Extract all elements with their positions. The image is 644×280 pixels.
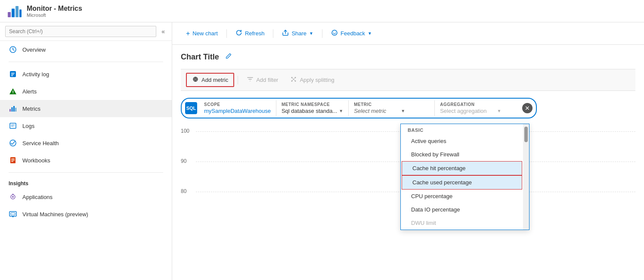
share-chevron-icon: ▼ bbox=[309, 31, 313, 36]
share-button[interactable]: Share ▼ bbox=[277, 27, 319, 40]
dropdown-item-dwu-limit[interactable]: DWU limit bbox=[401, 216, 523, 230]
applications-icon bbox=[9, 193, 17, 201]
feedback-icon bbox=[331, 29, 338, 37]
virtual-machines-icon bbox=[9, 210, 17, 218]
svg-point-11 bbox=[13, 93, 14, 94]
y-axis-100: 100 bbox=[181, 128, 189, 134]
dropdown-section-basic: BASIC bbox=[401, 124, 523, 134]
sidebar-item-label-activity-log: Activity log bbox=[22, 71, 49, 78]
metric-toolbar: Add metric Add filter Apply splitting bbox=[181, 69, 635, 91]
content-toolbar: + New chart Refresh Share ▼ bbox=[172, 22, 644, 45]
toolbar-sep-3 bbox=[322, 29, 322, 38]
sidebar-item-service-health[interactable]: Service Health bbox=[0, 134, 172, 152]
alerts-icon bbox=[9, 87, 17, 96]
share-icon bbox=[282, 29, 289, 37]
svg-rect-24 bbox=[9, 212, 16, 216]
app-header: Monitor - Metrics Microsoft bbox=[0, 0, 644, 22]
service-health-icon bbox=[9, 139, 17, 147]
metric-chevron: ▼ bbox=[401, 109, 405, 113]
svg-rect-8 bbox=[11, 75, 13, 76]
aggregation-section: AGGREGATION Select aggregation ▼ bbox=[434, 100, 520, 116]
svg-rect-12 bbox=[9, 109, 11, 112]
metric-select[interactable]: Select metric ▼ bbox=[354, 108, 429, 114]
dropdown-scrollbar[interactable] bbox=[523, 124, 529, 230]
metric-section: METRIC Select metric ▼ bbox=[348, 100, 434, 116]
sidebar-item-logs[interactable]: Logs bbox=[0, 117, 172, 134]
metrics-icon bbox=[9, 104, 17, 113]
dropdown-item-cache-used-percentage[interactable]: Cache used percentage bbox=[402, 175, 522, 190]
dropdown-item-cpu-percentage[interactable]: CPU percentage bbox=[401, 190, 523, 203]
new-chart-button[interactable]: + New chart bbox=[181, 27, 223, 40]
svg-point-28 bbox=[332, 30, 337, 35]
chart-title: Chart Title bbox=[181, 53, 219, 62]
svg-point-30 bbox=[335, 32, 336, 33]
svg-rect-16 bbox=[10, 123, 16, 128]
sidebar-item-alerts[interactable]: Alerts bbox=[0, 83, 172, 100]
activity-log-icon bbox=[9, 70, 17, 78]
logs-icon bbox=[9, 121, 17, 130]
sidebar-item-label-service-health: Service Health bbox=[22, 140, 59, 146]
dropdown-item-cache-hit-percentage[interactable]: Cache hit percentage bbox=[402, 161, 522, 175]
metric-toolbar-sep bbox=[238, 76, 238, 84]
chart-title-row: Chart Title bbox=[181, 52, 635, 62]
sidebar-item-label-virtual-machines: Virtual Machines (preview) bbox=[22, 211, 88, 218]
sidebar-item-label-alerts: Alerts bbox=[22, 88, 37, 95]
metric-dropdown: BASIC Active queries Blocked by Firewall… bbox=[400, 124, 529, 230]
scope-close-button[interactable]: ✕ bbox=[522, 103, 533, 113]
svg-point-29 bbox=[333, 32, 334, 33]
sidebar-item-label-metrics: Metrics bbox=[22, 106, 40, 112]
app-title: Monitor - Metrics bbox=[27, 5, 82, 12]
sidebar-item-virtual-machines[interactable]: Virtual Machines (preview) bbox=[0, 205, 172, 223]
apply-splitting-button[interactable]: Apply splitting bbox=[285, 74, 339, 86]
svg-rect-26 bbox=[12, 216, 14, 217]
svg-rect-19 bbox=[11, 160, 15, 161]
dropdown-scroll-thumb[interactable] bbox=[524, 127, 528, 142]
svg-rect-25 bbox=[11, 213, 15, 215]
chart-area: Chart Title Add metric bbox=[172, 45, 644, 280]
sidebar-item-applications[interactable]: Applications bbox=[0, 188, 172, 205]
metric-namespace-select[interactable]: Sql database standa... ▼ bbox=[282, 108, 343, 114]
workbooks-icon bbox=[9, 156, 17, 165]
refresh-button[interactable]: Refresh bbox=[230, 27, 270, 40]
nav-divider-2 bbox=[9, 172, 163, 173]
feedback-button[interactable]: Feedback ▼ bbox=[326, 27, 377, 40]
svg-rect-10 bbox=[13, 90, 14, 93]
sidebar-item-metrics[interactable]: Metrics bbox=[0, 100, 172, 117]
sidebar-item-overview[interactable]: Overview bbox=[0, 41, 172, 58]
add-metric-button[interactable]: Add metric bbox=[186, 73, 234, 87]
svg-rect-13 bbox=[12, 107, 13, 112]
search-input[interactable] bbox=[5, 26, 156, 37]
content-area: + New chart Refresh Share ▼ bbox=[172, 22, 644, 280]
svg-rect-2 bbox=[15, 6, 19, 17]
app-subtitle: Microsoft bbox=[27, 12, 82, 18]
nav-divider-1 bbox=[9, 62, 163, 62]
svg-rect-3 bbox=[19, 9, 22, 17]
svg-rect-0 bbox=[8, 12, 11, 17]
sidebar-item-activity-log[interactable]: Activity log bbox=[0, 65, 172, 83]
sidebar-search-container: « bbox=[0, 22, 172, 41]
dropdown-item-active-queries[interactable]: Active queries bbox=[401, 134, 523, 148]
dropdown-item-blocked-by-firewall[interactable]: Blocked by Firewall bbox=[401, 148, 523, 161]
sidebar-item-label-logs: Logs bbox=[22, 123, 34, 129]
svg-rect-15 bbox=[15, 108, 17, 112]
sidebar-item-workbooks[interactable]: Workbooks bbox=[0, 152, 172, 169]
main-layout: « Overview Activity log bbox=[0, 22, 644, 280]
refresh-icon bbox=[235, 29, 242, 37]
apply-splitting-icon bbox=[290, 76, 297, 84]
svg-rect-18 bbox=[11, 159, 15, 159]
feedback-chevron-icon: ▼ bbox=[368, 31, 372, 36]
edit-title-button[interactable] bbox=[223, 52, 235, 62]
sidebar-item-label-overview: Overview bbox=[22, 47, 46, 53]
svg-point-22 bbox=[12, 196, 14, 198]
scope-row: SQL SCOPE mySampleDataWarehouse METRIC N… bbox=[181, 98, 537, 118]
scope-value[interactable]: mySampleDataWarehouse bbox=[204, 108, 271, 114]
add-filter-icon bbox=[247, 76, 254, 84]
add-filter-button[interactable]: Add filter bbox=[242, 74, 283, 86]
sidebar-item-label-applications: Applications bbox=[22, 194, 53, 200]
collapse-button[interactable]: « bbox=[160, 26, 167, 37]
dropdown-item-data-io-percentage[interactable]: Data IO percentage bbox=[401, 203, 523, 216]
dropdown-content: BASIC Active queries Blocked by Firewall… bbox=[401, 124, 523, 230]
svg-rect-7 bbox=[11, 74, 14, 75]
aggregation-select[interactable]: Select aggregation ▼ bbox=[440, 108, 515, 114]
scope-section: SCOPE mySampleDataWarehouse bbox=[199, 100, 276, 116]
